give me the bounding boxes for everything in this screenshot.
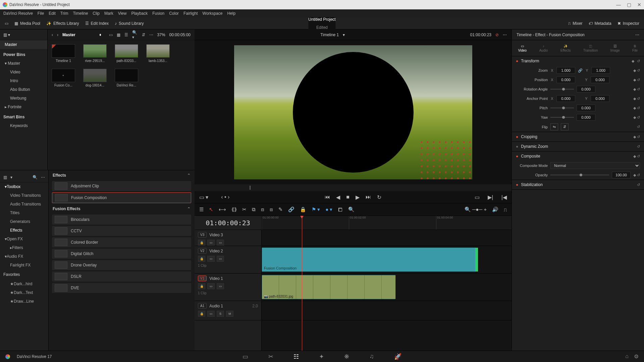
track-a1[interactable]	[262, 301, 512, 320]
zoom-y-input[interactable]	[591, 67, 610, 74]
clip-thumb[interactable]: path-83203...	[115, 44, 138, 63]
bin-master[interactable]: ▾ Master	[0, 59, 47, 68]
tab-video[interactable]: ▭Video	[518, 44, 527, 52]
more-icon[interactable]: ⋯	[635, 33, 639, 37]
tab-transition[interactable]: ◫Transition	[583, 44, 598, 52]
effect-item[interactable]: DSLR	[52, 272, 191, 282]
yaw-slider[interactable]	[550, 117, 574, 118]
stabilization-header[interactable]: ●Stabilization↺	[512, 180, 644, 189]
cat-openfx[interactable]: ▾ Open FX	[0, 235, 48, 243]
menu-item[interactable]: Fusion	[152, 11, 164, 16]
media-pool-button[interactable]: ▦ Media Pool	[14, 21, 40, 26]
fullscreen-viewer-button[interactable]: ▭	[5, 21, 8, 26]
marker-icon[interactable]: ● ▾	[325, 206, 332, 213]
media-page-button[interactable]: ▭	[243, 353, 248, 360]
stop-button[interactable]: ■	[346, 194, 350, 200]
play-button[interactable]: ▶	[356, 194, 360, 200]
last-frame-button[interactable]: ⏭	[366, 194, 371, 200]
menu-item[interactable]: File	[38, 11, 44, 16]
cropping-header[interactable]: ●Cropping◆ ↺	[512, 132, 644, 141]
zoom-slider[interactable]: 🔍 ─●─ +	[465, 206, 487, 213]
deliver-page-button[interactable]: 🚀	[394, 353, 401, 360]
bin-abo[interactable]: Abo Button	[0, 85, 47, 94]
menu-item[interactable]: Edit	[49, 11, 56, 16]
bypass-icon[interactable]: ⊘	[495, 33, 499, 37]
composite-header[interactable]: ●Composite◆ ↺	[512, 152, 644, 161]
fusion-effects-section[interactable]: Fusion Effects⌃	[49, 204, 195, 214]
rotation-input[interactable]	[577, 86, 595, 93]
effect-item[interactable]: Drone Overlay	[52, 260, 191, 270]
lock-icon[interactable]: 🔒	[300, 206, 306, 213]
clip-path-image[interactable]: 📷 path-832031.jpg	[262, 275, 396, 299]
timeline-name[interactable]: Timeline 1	[320, 33, 339, 37]
link-icon[interactable]: 🔗	[288, 206, 294, 213]
track-head-v3[interactable]: V3Video 3 🔒▭▭	[195, 230, 261, 246]
dynzoom-header[interactable]: ●Dynamic Zoom↺	[512, 142, 644, 151]
link-icon[interactable]: 🔗	[578, 68, 583, 73]
cat-filters[interactable]: ▸ Filters	[0, 243, 48, 252]
scrubber[interactable]	[195, 184, 512, 191]
bin-video[interactable]: Video	[0, 68, 47, 76]
anchor-y-input[interactable]	[591, 95, 609, 102]
clip-thumb[interactable]: lamb-1353...	[146, 44, 170, 63]
more-icon[interactable]: ⋯	[41, 175, 45, 180]
bin-fortnite[interactable]: ▸ Fortnite	[0, 103, 47, 111]
effect-item[interactable]: DVE	[52, 283, 191, 293]
color-page-button[interactable]: ❋	[344, 353, 349, 360]
cat-audio-transitions[interactable]: Audio Transitions	[0, 200, 48, 208]
clip-thumb[interactable]: Timeline 1	[52, 44, 75, 63]
clip-thumb[interactable]: river-29519...	[83, 44, 107, 63]
reset-icon[interactable]: ↺	[637, 59, 640, 63]
cat-fairlightfx[interactable]: Fairlight FX	[0, 261, 48, 269]
maximize-button[interactable]: ▢	[627, 2, 631, 7]
track-v1[interactable]: 📷 path-832031.jpg	[262, 274, 512, 301]
razor-icon[interactable]: ✎	[278, 206, 283, 213]
first-frame-button[interactable]: ⏮	[325, 194, 330, 200]
cat-video-transitions[interactable]: Video Transitions	[0, 191, 48, 200]
track-v3[interactable]	[262, 230, 512, 246]
rotation-slider[interactable]	[550, 89, 574, 89]
track-area[interactable]: 01:00:00:00 01:00:02:00 01:00:04:00 Fusi…	[262, 216, 512, 351]
sound-library-button[interactable]: ♪ Sound Library	[115, 21, 144, 26]
anchor-x-input[interactable]	[556, 95, 575, 102]
view-list-icon[interactable]: ☰	[124, 33, 128, 37]
edit-page-button[interactable]: ☷	[293, 353, 299, 360]
nav-back-icon[interactable]: ‹	[52, 33, 53, 37]
view-metadata-icon[interactable]: ▭	[109, 33, 113, 37]
nav-icon[interactable]: ‹ • ›	[221, 194, 229, 200]
out-icon[interactable]: ▶|	[488, 194, 493, 200]
tab-effects[interactable]: ✨Effects	[560, 44, 571, 52]
timeline-view-icon[interactable]: ☰	[199, 206, 204, 213]
effect-adjustment-clip[interactable]: Adjustment Clip	[52, 181, 191, 191]
playhead[interactable]	[302, 216, 302, 351]
overlay-icon[interactable]: ▭	[475, 194, 480, 200]
tab-file[interactable]: 🗎File	[632, 44, 638, 52]
in-icon[interactable]: |◀	[501, 194, 507, 200]
project-settings-button[interactable]: ⚙	[634, 353, 639, 360]
dynamic-trim-tool[interactable]: ⟪⟫	[231, 206, 237, 213]
trim-tool[interactable]: ⟷	[219, 206, 226, 213]
loop-button[interactable]: ↻	[377, 194, 381, 200]
pos-y-input[interactable]	[591, 76, 609, 83]
cut-page-button[interactable]: ✂	[268, 353, 273, 360]
pitch-input[interactable]	[577, 105, 595, 111]
nav-fwd-icon[interactable]: ›	[57, 33, 58, 37]
chevron-down-icon[interactable]: ▾	[8, 33, 10, 37]
match-frame-icon[interactable]: ▭ ▾	[199, 194, 208, 200]
menu-item[interactable]: DaVinci Resolve	[3, 11, 33, 16]
home-button[interactable]: ⌂	[625, 353, 629, 360]
effect-fusion-composition[interactable]: Fusion Composition	[52, 192, 191, 203]
clip-thumb[interactable]: DaVinci Re...	[115, 69, 138, 87]
fusion-page-button[interactable]: ✦	[319, 353, 324, 360]
overwrite-tool[interactable]: ⧈	[261, 206, 264, 213]
menu-item[interactable]: Help	[227, 11, 235, 16]
clip-thumb[interactable]: dog-18014...	[83, 69, 107, 87]
metadata-button[interactable]: 🏷 Metadata	[589, 21, 611, 26]
clip-fusion-composition[interactable]: Fusion Composition	[262, 247, 476, 272]
zoom-level[interactable]: 37%	[157, 33, 165, 37]
snap-icon[interactable]: ⧠	[338, 207, 343, 213]
transform-header[interactable]: ●Transform◆↺	[512, 56, 644, 66]
mixer-button[interactable]: ⎍ Mixer	[568, 21, 582, 26]
fav-item[interactable]: ★ Dark...Text	[0, 288, 48, 297]
bin-intro[interactable]: Intro	[0, 76, 47, 85]
